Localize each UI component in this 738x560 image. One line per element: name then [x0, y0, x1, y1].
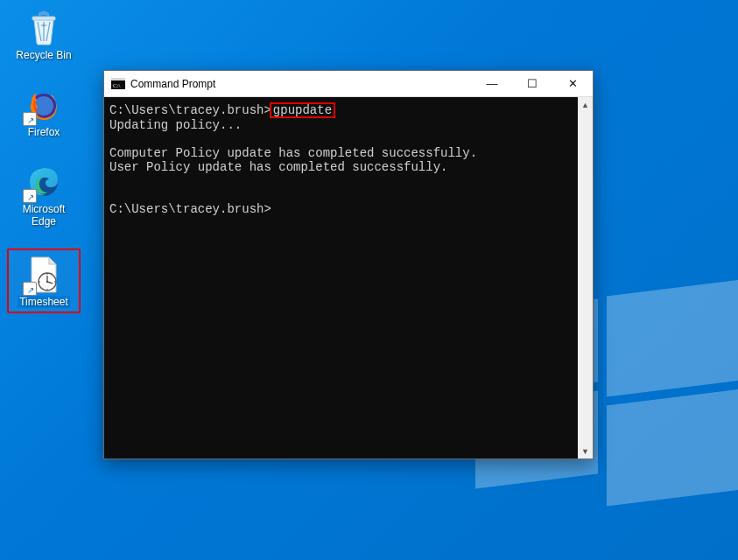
desktop-icon-label: Timesheet: [18, 296, 70, 308]
close-icon: ✕: [568, 77, 578, 90]
terminal-output: C:\Users\tracey.brush>gpupdateUpdating p…: [109, 102, 591, 216]
window-controls: — ☐ ✕: [472, 71, 593, 96]
output-line: User Policy update has completed success…: [109, 160, 591, 174]
minimize-icon: —: [487, 77, 498, 90]
desktop-icon-label: Recycle Bin: [16, 49, 71, 61]
svg-rect-13: [111, 78, 125, 80]
scroll-up-button[interactable]: ▲: [578, 97, 593, 112]
desktop-icon-recycle-bin[interactable]: Recycle Bin: [7, 5, 81, 63]
output-line: Updating policy...: [109, 118, 591, 132]
scroll-track[interactable]: [578, 112, 593, 444]
maximize-button[interactable]: ☐: [512, 71, 552, 96]
svg-rect-0: [32, 17, 55, 20]
scroll-down-button[interactable]: ▼: [578, 444, 593, 458]
chevron-down-icon: ▼: [581, 447, 589, 456]
desktop-area: Recycle Bin Firefox: [7, 5, 81, 332]
svg-text:C:\: C:\: [113, 82, 121, 89]
prompt-path: C:\Users\tracey.brush>: [109, 103, 271, 117]
window-title: Command Prompt: [130, 78, 472, 90]
edge-icon: [25, 163, 63, 201]
desktop-icon-label: Firefox: [28, 126, 60, 138]
chevron-up-icon: ▲: [581, 101, 589, 109]
terminal-body[interactable]: C:\Users\tracey.brush>gpupdateUpdating p…: [104, 97, 593, 458]
vertical-scrollbar[interactable]: ▲ ▼: [578, 97, 593, 458]
svg-point-2: [34, 96, 53, 116]
maximize-icon: ☐: [527, 77, 538, 90]
firefox-icon: [25, 86, 63, 124]
desktop-icon-label: Microsoft Edge: [10, 203, 78, 228]
titlebar[interactable]: C:\ Command Prompt — ☐ ✕: [104, 71, 593, 97]
timesheet-icon: [25, 256, 63, 294]
desktop-icon-edge[interactable]: Microsoft Edge: [7, 159, 81, 229]
prompt-path: C:\Users\tracey.brush>: [109, 202, 591, 216]
typed-command-highlighted: gpupdate: [270, 102, 335, 118]
desktop-icon-firefox[interactable]: Firefox: [7, 82, 81, 140]
command-prompt-icon: C:\: [111, 78, 125, 89]
minimize-button[interactable]: —: [472, 71, 512, 96]
command-prompt-window: C:\ Command Prompt — ☐ ✕ C:\Users\tracey…: [103, 70, 594, 459]
recycle-bin-icon: [25, 9, 63, 47]
output-line: Computer Policy update has completed suc…: [109, 146, 591, 160]
desktop-icon-timesheet[interactable]: Timesheet: [7, 248, 81, 313]
close-button[interactable]: ✕: [552, 71, 593, 96]
